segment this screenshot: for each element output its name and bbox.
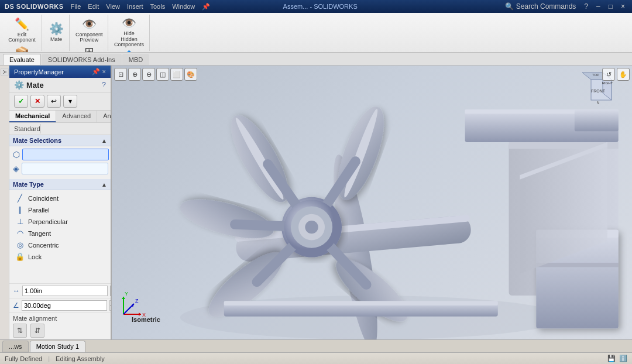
assembly-features-btn[interactable]: 🔷 AssemblyFeatures: [115, 49, 143, 53]
zoom-to-fit-btn[interactable]: ⊡: [114, 68, 127, 81]
tab-standard[interactable]: Standard: [14, 124, 41, 133]
hide-show-label: HideHiddenComponents: [114, 31, 144, 49]
tab-analysis[interactable]: Analysis: [97, 111, 112, 122]
mate-type-perpendicular[interactable]: ⊥ Perpendicular: [13, 216, 107, 227]
mate-type-concentric[interactable]: ◎ Concentric: [13, 239, 107, 250]
tangent-icon: ◠: [15, 229, 25, 238]
tab-mbd[interactable]: MBD: [122, 54, 149, 65]
selection-input-2[interactable]: [22, 163, 108, 174]
mate-type-lock[interactable]: 🔒 Lock: [13, 251, 107, 262]
bottom-tab-ws[interactable]: ...ws: [2, 341, 29, 352]
mate-alignment-label: Mate alignment: [13, 315, 57, 322]
status-icons: 💾 ℹ️: [607, 355, 627, 362]
mate-icon: ⚙️: [49, 22, 64, 36]
menu-pin[interactable]: 📌: [202, 3, 210, 11]
mate-help-icon[interactable]: ?: [102, 81, 106, 89]
display-style-btn[interactable]: 🎨: [184, 68, 197, 81]
align-icon-btn-1[interactable]: ⇅: [13, 324, 27, 338]
property-manager-panel: PropertyManager 📌 × ⚙️ Mate ? ✓ ✕ ↩ ▾ Me…: [9, 66, 112, 339]
pm-close-icon[interactable]: ×: [102, 68, 106, 75]
undo-btn[interactable]: ↩: [47, 95, 61, 108]
zoom-in-btn[interactable]: ⊕: [128, 68, 141, 81]
hide-show-btn[interactable]: 👁️ HideHiddenComponents: [112, 16, 146, 49]
status-info-icon[interactable]: ℹ️: [619, 355, 627, 362]
mate-type-parallel[interactable]: ∥ Parallel: [13, 204, 107, 215]
pan-view-btn[interactable]: ✋: [617, 68, 630, 81]
search-commands[interactable]: 🔍 Search Commands: [503, 2, 578, 11]
menu-insert[interactable]: Insert: [127, 3, 143, 11]
pm-header-title: PropertyManager: [14, 68, 64, 75]
menu-bar: File Edit View Insert Tools Window 📌: [71, 3, 211, 11]
measurement-input-2[interactable]: [22, 300, 107, 311]
parallel-icon: ∥: [15, 205, 25, 214]
coincident-icon: ╱: [15, 194, 25, 202]
linear-component-btn[interactable]: ⊞ LinearComponentPattern: [73, 44, 105, 53]
pm-header: PropertyManager 📌 ×: [9, 66, 111, 78]
svg-text:N: N: [596, 101, 599, 105]
tab-advanced[interactable]: Advanced: [56, 111, 97, 122]
measurement-input-1[interactable]: [22, 286, 108, 296]
mate-label: Mate: [50, 37, 62, 43]
mate-selections-section[interactable]: Mate Selections ▲: [9, 135, 111, 146]
feature-manager-edge: A: [0, 66, 9, 339]
menu-edit[interactable]: Edit: [88, 3, 99, 11]
section-view-btn[interactable]: ⬜: [170, 68, 183, 81]
svg-text:RIGHT: RIGHT: [602, 81, 613, 85]
perpendicular-icon: ⊥: [15, 217, 25, 226]
edit-component-btn[interactable]: ✏️ EditComponent: [6, 16, 38, 45]
svg-rect-7: [536, 263, 618, 267]
more-options-btn[interactable]: ▾: [63, 95, 77, 108]
insert-components-icon: 📦: [15, 46, 29, 53]
measurement-icon-1: ↔: [13, 287, 20, 295]
svg-text:FRONT: FRONT: [591, 89, 606, 93]
mate-alignment-icons: ⇅ ⇵: [13, 324, 107, 338]
status-save-icon[interactable]: 💾: [607, 355, 616, 362]
ribbon-tab-bar: Evaluate SOLIDWORKS Add-Ins MBD: [0, 53, 632, 66]
maximize-btn[interactable]: □: [606, 2, 615, 11]
fm-tab-1[interactable]: A: [1, 68, 9, 76]
close-btn[interactable]: ×: [619, 2, 627, 11]
pm-header-icons: 📌 ×: [92, 68, 106, 75]
zoom-out-btn[interactable]: ⊖: [142, 68, 155, 81]
3d-viewport[interactable]: ⊡ ⊕ ⊖ ◫ ⬜ 🎨 FRONT RIGHT TOP N: [112, 66, 632, 339]
help-btn[interactable]: ?: [582, 2, 590, 11]
bottom-tab-motion-study[interactable]: Motion Study 1: [30, 341, 85, 352]
title-bar: DS SOLIDWORKS File Edit View Insert Tool…: [0, 0, 632, 13]
linear-component-icon: ⊞: [84, 44, 94, 53]
tab-solidworks-addins[interactable]: SOLIDWORKS Add-Ins: [42, 54, 122, 65]
selection-row-2: ◈: [13, 163, 107, 174]
selection-input-1[interactable]: [22, 149, 109, 160]
mate-type-tangent[interactable]: ◠ Tangent: [13, 228, 107, 239]
mate-type-coincident[interactable]: ╱ Coincident: [13, 193, 107, 204]
menu-window[interactable]: Window: [172, 3, 195, 11]
mate-selections-content: ⬡ ◈: [9, 146, 111, 179]
insert-components-btn[interactable]: 📦 InsertComponents: [5, 44, 39, 53]
minimize-btn[interactable]: –: [594, 2, 603, 11]
rotate-view-btn[interactable]: ↺: [602, 68, 615, 81]
status-editing-assembly: Editing Assembly: [56, 355, 105, 362]
status-fully-defined: Fully Defined: [5, 355, 42, 362]
component-preview-btn[interactable]: 👁️ ComponentPreview: [73, 16, 105, 45]
menu-view[interactable]: View: [106, 3, 120, 11]
cancel-btn[interactable]: ✕: [30, 95, 44, 108]
tab-evaluate[interactable]: Evaluate: [3, 54, 41, 65]
confirm-btn[interactable]: ✓: [14, 95, 28, 108]
mate-tabs: Mechanical Advanced Analysis: [9, 111, 111, 123]
menu-tools[interactable]: Tools: [150, 3, 166, 11]
menu-file[interactable]: File: [71, 3, 81, 11]
selection-row-1: ⬡: [13, 149, 107, 160]
mate-btn[interactable]: ⚙️ Mate: [46, 16, 67, 49]
pm-pin-icon[interactable]: 📌: [92, 68, 100, 75]
window-title: Assem... - SOLIDWORKS: [283, 3, 358, 10]
edit-component-label: EditComponent: [8, 32, 36, 44]
svg-point-31: [305, 221, 318, 233]
align-icon-btn-2[interactable]: ⇵: [30, 324, 44, 338]
measurement-row-1: ↔ ▲ ▼: [9, 283, 111, 298]
tab-mechanical[interactable]: Mechanical: [9, 111, 56, 122]
view-orient-btn[interactable]: ◫: [156, 68, 169, 81]
tangent-label: Tangent: [28, 230, 51, 237]
measurement-row-2: ∠ ▲ ▼: [9, 298, 111, 313]
svg-text:TOP: TOP: [592, 73, 599, 77]
mate-type-section[interactable]: Mate Type ▲: [9, 179, 111, 190]
toolbar-group-mate: ⚙️ Mate: [43, 15, 70, 51]
